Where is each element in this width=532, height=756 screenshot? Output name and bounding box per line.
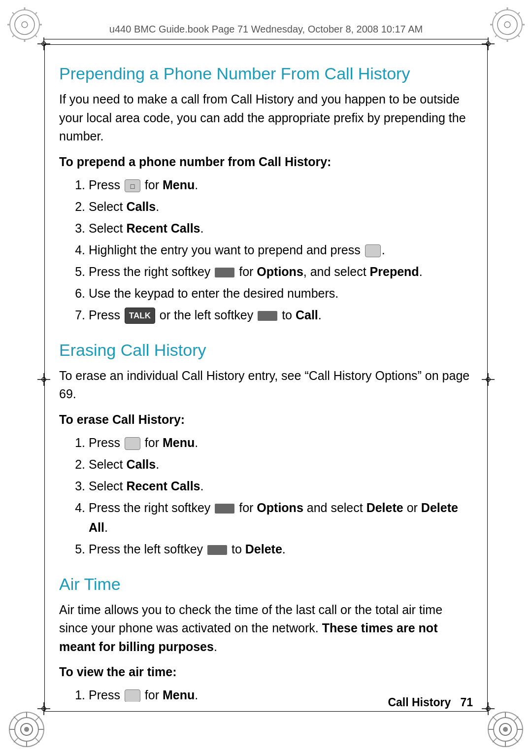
svg-line-45 <box>493 738 497 742</box>
left-softkey-icon-2 <box>207 545 227 555</box>
left-softkey-icon <box>258 311 277 321</box>
crosshair-tr <box>482 37 495 54</box>
list-item: Press □ for Menu. <box>89 175 473 195</box>
menu-button-icon: □ <box>125 179 140 192</box>
border-right <box>487 44 488 712</box>
section-heading-airtime: Air Time <box>59 575 473 594</box>
svg-line-44 <box>514 717 518 721</box>
section-heading-erasing: Erasing Call History <box>59 341 473 360</box>
svg-line-21 <box>495 35 497 37</box>
section-heading-prepending: Prepending a Phone Number From Call Hist… <box>59 64 473 83</box>
svg-line-7 <box>12 12 14 14</box>
border-top <box>44 44 488 45</box>
list-item: Use the keypad to enter the desired numb… <box>89 283 473 303</box>
list-item: Highlight the entry you want to prepend … <box>89 240 473 260</box>
list-item: Select Recent Calls. <box>89 218 473 238</box>
footer-label: Call History 71 <box>388 696 473 709</box>
svg-point-13 <box>504 22 510 28</box>
crosshair-bl <box>37 702 50 719</box>
right-softkey-icon <box>215 268 234 277</box>
main-content: Prepending a Phone Number From Call Hist… <box>59 54 473 702</box>
svg-line-31 <box>35 738 39 742</box>
svg-point-37 <box>503 727 508 732</box>
svg-line-30 <box>14 717 18 721</box>
page: u440 BMC Guide.book Page 71 Wednesday, O… <box>0 0 532 756</box>
list-item: Press the left softkey to Delete. <box>89 539 473 559</box>
footer: Call History 71 <box>59 696 473 709</box>
section-intro-erasing: To erase an individual Call History entr… <box>59 367 473 404</box>
border-left <box>44 44 45 712</box>
svg-line-20 <box>518 12 520 14</box>
crosshair-ml <box>37 373 50 389</box>
svg-line-9 <box>35 12 37 14</box>
crosshair-mr <box>482 373 495 389</box>
svg-point-1 <box>15 15 34 34</box>
svg-line-8 <box>35 35 37 37</box>
crosshair-tl <box>37 37 50 54</box>
svg-line-33 <box>14 738 18 742</box>
border-bottom <box>44 711 488 712</box>
steps-list-prepend: Press □ for Menu. Select Calls. Select R… <box>89 175 473 325</box>
talk-button-icon: TALK <box>125 308 155 324</box>
list-item: Press TALK or the left softkey to Call. <box>89 305 473 325</box>
svg-point-12 <box>498 15 517 34</box>
svg-line-19 <box>518 35 520 37</box>
list-item: Press for Menu. <box>89 433 473 452</box>
svg-point-25 <box>24 727 29 732</box>
subsection-heading-erase: To erase Call History: <box>59 412 473 427</box>
steps-list-erase: Press for Menu. Select Calls. Select Rec… <box>89 433 473 559</box>
section-intro-airtime: Air time allows you to check the time of… <box>59 601 473 656</box>
list-item: Press the right softkey for Options and … <box>89 498 473 537</box>
list-item: Press the right softkey for Options, and… <box>89 262 473 281</box>
subsection-heading-prepend: To prepend a phone number from Call Hist… <box>59 155 473 169</box>
svg-line-18 <box>495 12 497 14</box>
right-softkey-icon-2 <box>215 504 234 514</box>
list-item: Select Calls. <box>89 454 473 474</box>
svg-point-2 <box>22 22 28 28</box>
nav-button-icon <box>365 244 381 257</box>
crosshair-br <box>482 702 495 719</box>
list-item: Select Recent Calls. <box>89 476 473 496</box>
svg-line-10 <box>12 35 14 37</box>
section-intro-prepending: If you need to make a call from Call His… <box>59 90 473 146</box>
header-bar: u440 BMC Guide.book Page 71 Wednesday, O… <box>44 20 488 39</box>
list-item: Select Calls. <box>89 197 473 216</box>
svg-line-43 <box>514 738 518 742</box>
corner-decoration-tr <box>490 7 525 42</box>
menu-button-icon-2 <box>125 437 140 450</box>
header-text: u440 BMC Guide.book Page 71 Wednesday, O… <box>109 24 423 35</box>
subsection-heading-airtime: To view the air time: <box>59 665 473 679</box>
